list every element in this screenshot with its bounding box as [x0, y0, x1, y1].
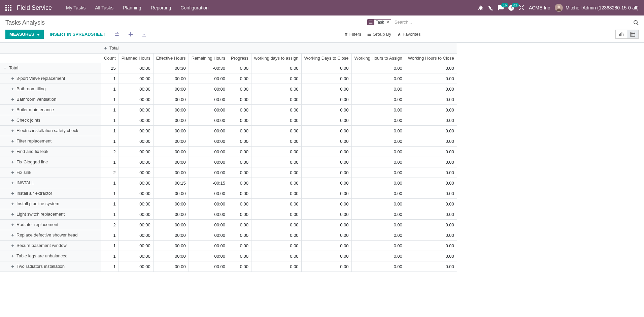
cell[interactable]: 0.00	[301, 136, 351, 147]
cell[interactable]: 00:00	[153, 209, 189, 220]
cell[interactable]: 00:00	[118, 157, 153, 167]
cell[interactable]: 0.00	[351, 209, 405, 220]
cell[interactable]: 00:00	[153, 126, 189, 136]
cell[interactable]: 0.00	[405, 157, 457, 167]
cell[interactable]: 00:00	[189, 230, 228, 241]
nav-item-reporting[interactable]: Reporting	[146, 0, 176, 15]
cell[interactable]: 1	[101, 188, 119, 199]
cell[interactable]: 0.00	[228, 209, 251, 220]
cell[interactable]: 0.00	[251, 157, 302, 167]
cell[interactable]: 00:00	[153, 167, 189, 178]
cell[interactable]: 0.00	[228, 199, 251, 209]
cell[interactable]: 0.00	[228, 115, 251, 126]
cell[interactable]: 00:15	[153, 178, 189, 188]
cell[interactable]: 1	[101, 261, 119, 272]
cell[interactable]: 0.00	[351, 188, 405, 199]
cell[interactable]: 0.00	[351, 147, 405, 157]
cell[interactable]: 0.00	[228, 94, 251, 105]
col-header-3[interactable]: Remaining Hours	[189, 54, 228, 63]
cell[interactable]: 0.00	[405, 115, 457, 126]
cell[interactable]: 00:00	[118, 84, 153, 94]
cell[interactable]: 0.00	[301, 199, 351, 209]
cell[interactable]: 0.00	[228, 84, 251, 94]
facet-close-icon[interactable]: ✕	[386, 20, 389, 25]
cell[interactable]: 00:00	[189, 199, 228, 209]
row-header[interactable]: ＋Fix sink	[0, 167, 101, 178]
cell[interactable]: 0.00	[301, 167, 351, 178]
cell[interactable]: 0.00	[251, 73, 302, 84]
row-header[interactable]: ＋3-port Valve replacement	[0, 73, 101, 84]
cell[interactable]: 0.00	[228, 147, 251, 157]
row-header[interactable]: ＋Check joints	[0, 115, 101, 126]
cell[interactable]: 0.00	[228, 230, 251, 241]
cell[interactable]: 00:00	[189, 241, 228, 251]
row-header[interactable]: ＋Install pipeline system	[0, 199, 101, 209]
cell[interactable]: 00:00	[118, 115, 153, 126]
cell[interactable]: 0.00	[351, 157, 405, 167]
cell[interactable]: 0.00	[351, 199, 405, 209]
row-header[interactable]: ＋Table legs are unbalanced	[0, 251, 101, 261]
nav-item-alltasks[interactable]: All Tasks	[90, 0, 118, 15]
cell[interactable]: 0.00	[405, 105, 457, 115]
cell[interactable]: -00:15	[189, 178, 228, 188]
cell[interactable]: 00:00	[189, 261, 228, 272]
row-header[interactable]: ＋Electric installation safety check	[0, 126, 101, 136]
cell[interactable]: 1	[101, 230, 119, 241]
search-input[interactable]	[393, 19, 630, 25]
cell[interactable]: 00:00	[153, 115, 189, 126]
cell[interactable]: 0.00	[301, 73, 351, 84]
cell[interactable]: 00:00	[189, 105, 228, 115]
cell[interactable]: 00:00	[189, 94, 228, 105]
cell[interactable]: 1	[101, 178, 119, 188]
cell[interactable]: 0.00	[351, 167, 405, 178]
cell[interactable]: 0.00	[405, 188, 457, 199]
cell[interactable]: 0.00	[301, 261, 351, 272]
cell[interactable]: 00:00	[153, 73, 189, 84]
cell[interactable]: 0.00	[251, 178, 302, 188]
cell[interactable]: 1	[101, 105, 119, 115]
favorites-button[interactable]: Favorites	[397, 32, 420, 37]
cell[interactable]: 0.00	[301, 251, 351, 261]
cell[interactable]: 00:00	[118, 209, 153, 220]
messages-icon[interactable]: 16	[498, 5, 504, 11]
cell[interactable]: 00:00	[153, 251, 189, 261]
cell[interactable]: 0.00	[301, 63, 351, 73]
cell[interactable]: 00:00	[118, 241, 153, 251]
groupby-button[interactable]: Group By	[367, 32, 391, 37]
bug-icon[interactable]	[478, 5, 483, 10]
cell[interactable]: 00:00	[189, 251, 228, 261]
cell[interactable]: 0.00	[405, 147, 457, 157]
cell[interactable]: 0.00	[251, 251, 302, 261]
nav-item-configuration[interactable]: Configuration	[176, 0, 213, 15]
cell[interactable]: 2	[101, 167, 119, 178]
cell[interactable]: 00:00	[118, 230, 153, 241]
cell[interactable]: 00:00	[118, 136, 153, 147]
cell[interactable]: 00:00	[189, 126, 228, 136]
cell[interactable]: 2	[101, 147, 119, 157]
cell[interactable]: 0.00	[251, 84, 302, 94]
cell[interactable]: 00:30	[153, 63, 189, 73]
row-header[interactable]: ＋Boiler maintenance	[0, 105, 101, 115]
cell[interactable]: 0.00	[351, 136, 405, 147]
row-header[interactable]: ＋Install air extractor	[0, 188, 101, 199]
col-header-1[interactable]: Planned Hours	[118, 54, 153, 63]
cell[interactable]: 00:00	[118, 73, 153, 84]
cell[interactable]: 0.00	[301, 147, 351, 157]
col-header-5[interactable]: working days to assign	[251, 54, 302, 63]
cell[interactable]: 0.00	[301, 126, 351, 136]
cell[interactable]: 0.00	[251, 105, 302, 115]
cell[interactable]: 1	[101, 126, 119, 136]
cell[interactable]: 0.00	[301, 115, 351, 126]
app-name[interactable]: Field Service	[17, 4, 52, 11]
cell[interactable]: 00:00	[118, 63, 153, 73]
cell[interactable]: 00:00	[118, 105, 153, 115]
cell[interactable]: 0.00	[301, 241, 351, 251]
row-total-header[interactable]: －Total	[0, 63, 101, 73]
row-header[interactable]: ＋Replace defective shower head	[0, 230, 101, 241]
cell[interactable]: 0.00	[228, 220, 251, 230]
cell[interactable]: 0.00	[301, 188, 351, 199]
cell[interactable]: 00:00	[189, 157, 228, 167]
cell[interactable]: 0.00	[351, 178, 405, 188]
row-header[interactable]: ＋Fix Clogged line	[0, 157, 101, 167]
row-header[interactable]: ＋Secure basement window	[0, 241, 101, 251]
